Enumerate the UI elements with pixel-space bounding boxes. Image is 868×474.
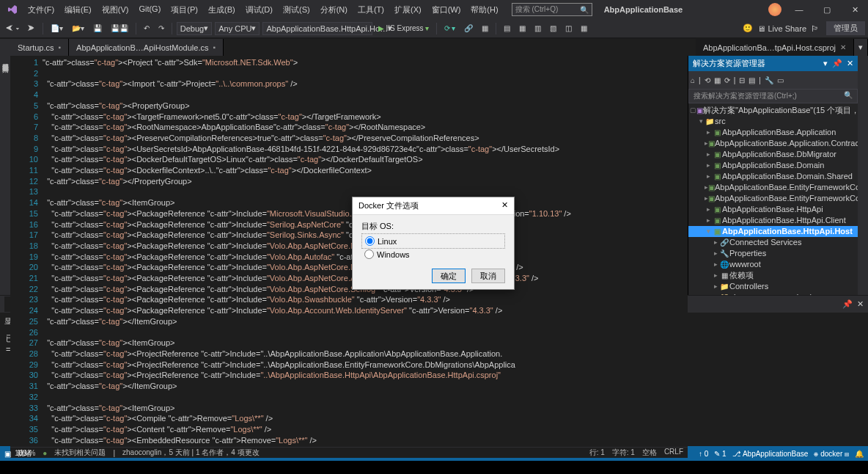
close-icon[interactable]: ✕ <box>857 299 864 309</box>
menu-item[interactable]: 帮助(H) <box>466 2 502 18</box>
ok-button[interactable]: 确定 <box>432 269 466 283</box>
menu-item[interactable]: 视图(V) <box>98 2 133 18</box>
pin-icon[interactable]: 📌 <box>842 299 853 309</box>
tree-item[interactable]: ▸▦依赖项 <box>688 270 858 281</box>
collapse-icon[interactable]: ⊟ <box>739 76 745 84</box>
nav-back-button[interactable]: ⮜ ▾ <box>3 23 22 34</box>
space-indicator[interactable]: 空格 <box>642 448 657 458</box>
git-branch[interactable]: ⎇ AbpApplicationBase <box>732 450 809 458</box>
pin-icon[interactable]: ✕ <box>840 43 846 51</box>
menu-item[interactable]: 工具(T) <box>353 2 389 18</box>
tool-btn-7[interactable]: ▦ <box>578 23 590 34</box>
menu-item[interactable]: 窗口(W) <box>427 2 466 18</box>
sync-icon[interactable]: ⟲ <box>705 76 710 84</box>
start-debug-button[interactable]: ▶ IIS Express ▾ <box>375 23 431 34</box>
tab-csproj[interactable]: AbpApplicationBa…tpApi.Host.csproj ✕ <box>696 39 854 56</box>
tool-icon[interactable]: ▦ <box>714 76 721 84</box>
maximize-button[interactable]: ▢ <box>817 5 837 15</box>
solution-root[interactable]: ▢▣解决方案"AbpApplicationBase"(15 个项目，共 15 个… <box>688 105 858 116</box>
user-avatar[interactable] <box>768 3 781 16</box>
project-node[interactable]: ▸▣AbpApplicationBase.Domain <box>688 160 858 171</box>
tree-item[interactable]: JSabp.resourcemapping.js <box>688 292 858 295</box>
menu-item[interactable]: Git(G) <box>134 2 165 18</box>
tool-btn-4[interactable]: ▥ <box>532 23 544 34</box>
menu-item[interactable]: 调试(D) <box>241 2 277 18</box>
dialog-title-bar[interactable]: Docker 文件选项 ✕ <box>353 197 514 215</box>
encoding-indicator[interactable]: CRLF <box>664 448 683 458</box>
line-indicator[interactable]: 行: 1 <box>589 448 605 458</box>
project-node[interactable]: ▸▣AbpApplicationBase.Domain.Shared <box>688 171 858 182</box>
pin-icon[interactable]: 📌 <box>832 59 842 68</box>
platform-dropdown[interactable]: Any CPU ▾ <box>215 22 260 35</box>
config-dropdown[interactable]: Debug ▾ <box>177 22 212 35</box>
project-node-selected[interactable]: ▾▣AbpApplicationBase.HttpApi.Host <box>688 226 858 237</box>
properties-icon[interactable]: 🔧 <box>765 76 773 84</box>
tree-item[interactable]: ▸🔧Properties <box>688 248 858 259</box>
radio-windows[interactable]: Windows <box>361 249 505 260</box>
nav-fwd-button[interactable]: ⮞ <box>25 23 38 34</box>
radio-linux[interactable]: Linux <box>365 236 501 247</box>
project-node[interactable]: ▸▣AbpApplicationBase.EntityFrameworkCore <box>688 182 858 193</box>
dialog-close-button[interactable]: ✕ <box>501 200 508 211</box>
tool-btn-6[interactable]: ◫ <box>562 23 575 34</box>
notifications-icon[interactable]: 🏳 <box>811 24 819 33</box>
menu-item[interactable]: 生成(B) <box>204 2 240 18</box>
menu-item[interactable]: 文件(F) <box>23 2 59 18</box>
home-icon[interactable]: ⌂ <box>691 76 695 84</box>
project-node[interactable]: ▸▣AbpApplicationBase.HttpApi.Client <box>688 215 858 226</box>
project-node[interactable]: ▸▣AbpApplicationBase.EntityFrameworkCore… <box>688 193 858 204</box>
right-tool-strip[interactable] <box>858 56 868 295</box>
tree-item[interactable]: ▸🔗Connected Services <box>688 237 858 248</box>
tab-startup-cs[interactable]: Startup.cs▪ <box>10 39 69 56</box>
liveshare-button[interactable]: 🖥 Live Share <box>757 24 806 33</box>
new-item-button[interactable]: 📄▾ <box>48 23 66 34</box>
tool-btn-2[interactable]: ▤ <box>501 23 513 34</box>
feedback-icon[interactable]: 🙂 <box>743 23 753 33</box>
solution-tree[interactable]: ▢▣解决方案"AbpApplicationBase"(15 个项目，共 15 个… <box>688 103 858 295</box>
tool-btn-3[interactable]: ▦ <box>516 23 529 34</box>
preview-icon[interactable]: ▭ <box>777 76 784 84</box>
close-button[interactable]: ✕ <box>845 5 865 15</box>
tree-item[interactable]: ▸📁Controllers <box>688 281 858 292</box>
minimize-button[interactable]: — <box>789 5 809 14</box>
save-all-button[interactable]: 💾💾 <box>108 23 131 34</box>
close-icon[interactable]: ▪ <box>213 43 216 51</box>
tab-hostmodule-cs[interactable]: AbpApplicationB…ApiHostModule.cs▪ <box>69 39 224 56</box>
dropdown-icon[interactable]: ▾ <box>823 59 828 68</box>
project-node[interactable]: ▸▣AbpApplicationBase.HttpApi <box>688 204 858 215</box>
showall-icon[interactable]: ▤ <box>749 76 755 84</box>
global-search[interactable]: 搜索 (Ctrl+Q) 🔍 <box>512 3 592 16</box>
undo-button[interactable]: ↶ <box>141 23 152 34</box>
menu-item[interactable]: 测试(S) <box>279 2 315 18</box>
redo-button[interactable]: ↷ <box>155 23 167 34</box>
close-icon[interactable]: ▪ <box>59 43 62 51</box>
git-pencil-icon[interactable]: ✎ 1 <box>714 450 726 458</box>
startup-project-dropdown[interactable]: AbpApplicationBase.HttpApi.Ho… ▾ <box>262 22 372 35</box>
notifications-icon[interactable]: 🔔 <box>855 450 864 458</box>
tool-btn-1[interactable]: ▦ <box>479 23 491 34</box>
project-node[interactable]: ▸▣AbpApplicationBase.Application <box>688 127 858 138</box>
menu-item[interactable]: 项目(P) <box>166 2 202 18</box>
solution-explorer-header[interactable]: 解决方案资源管理器 ▾📌✕ <box>688 56 858 71</box>
folder-src[interactable]: ▾📁src <box>688 116 858 127</box>
menu-item[interactable]: 编辑(E) <box>60 2 96 18</box>
tool-btn-5[interactable]: ▧ <box>547 23 559 34</box>
refresh-icon[interactable]: ⟳ <box>724 76 730 84</box>
code-editor[interactable]: 1234567891011121314151617181920212223242… <box>10 56 688 447</box>
save-button[interactable]: 💾 <box>90 23 105 34</box>
tab-overflow-button[interactable]: ▾ <box>854 39 868 56</box>
git-push-icon[interactable]: ↑ 0 <box>699 450 708 458</box>
browser-link-button[interactable]: 🔗 <box>461 23 476 34</box>
project-node[interactable]: ▸▣AbpApplicationBase.DbMigrator <box>688 149 858 160</box>
menu-item[interactable]: 扩展(X) <box>390 2 426 18</box>
close-icon[interactable]: ✕ <box>847 59 853 68</box>
col-indicator[interactable]: 字符: 1 <box>612 448 635 458</box>
left-tool-strip[interactable]: 服务器资源管理器 工具箱 <box>0 56 10 295</box>
author-lens[interactable]: zhaoconglin，5 天前 | 1 名作者，4 项更改 <box>122 448 260 458</box>
project-node[interactable]: ▸▣AbpApplicationBase.Application.Contrac… <box>688 138 858 149</box>
docker-target[interactable]: ⎈ docker ▤ <box>814 450 849 458</box>
menu-item[interactable]: 分析(N) <box>316 2 352 18</box>
refresh-button[interactable]: ⟳ ▾ <box>441 23 459 34</box>
open-button[interactable]: 📂▾ <box>69 23 87 34</box>
cancel-button[interactable]: 取消 <box>471 269 505 283</box>
